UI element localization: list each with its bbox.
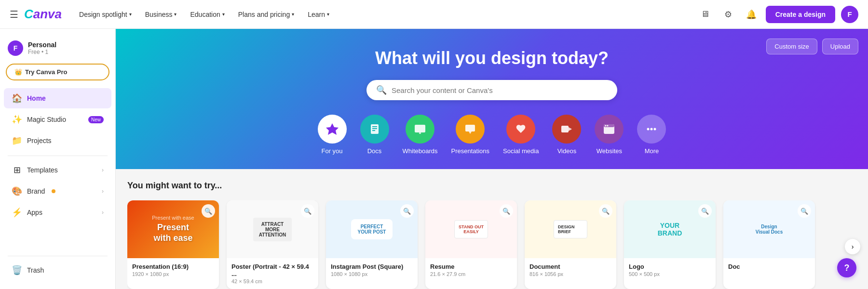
foryou-icon xyxy=(318,115,347,144)
upload-button[interactable]: Upload xyxy=(822,39,858,54)
search-input[interactable] xyxy=(392,86,608,94)
hero-section: Custom size Upload What will you design … xyxy=(116,29,868,169)
quick-link-presentations[interactable]: Presentations xyxy=(451,115,490,155)
avatar[interactable]: F xyxy=(841,6,858,23)
quick-link-more[interactable]: More xyxy=(637,115,666,155)
monitor-icon[interactable]: 🖥 xyxy=(696,6,714,23)
card-name: Instagram Post (Square) xyxy=(331,263,413,270)
svg-marker-10 xyxy=(569,127,572,131)
search-icon[interactable]: 🔍 xyxy=(301,204,314,218)
nav-plans-pricing[interactable]: Plans and pricing ▾ xyxy=(232,8,300,21)
chevron-down-icon: ▾ xyxy=(292,12,294,17)
bell-icon[interactable]: 🔔 xyxy=(743,6,760,23)
card-doc[interactable]: DesignVisual Docs 🔍 Doc xyxy=(723,200,815,289)
svg-rect-9 xyxy=(561,126,569,132)
svg-marker-8 xyxy=(469,131,472,134)
sidebar-user: F Personal Free • 1 xyxy=(0,37,115,64)
svg-rect-6 xyxy=(419,132,421,134)
whiteboards-icon xyxy=(406,115,434,144)
videos-icon xyxy=(552,115,581,144)
search-icon[interactable]: 🔍 xyxy=(698,204,712,218)
card-thumb-poster: ATTRACTMOREATTENTION 🔍 xyxy=(227,200,318,258)
chevron-down-icon: ▾ xyxy=(129,12,132,17)
hamburger-icon[interactable]: ☰ xyxy=(10,9,18,20)
brand-icon: 🎨 xyxy=(12,186,22,197)
sidebar-divider-bottom xyxy=(8,256,108,256)
quick-link-websites[interactable]: Websites xyxy=(595,115,624,155)
settings-icon[interactable]: ⚙ xyxy=(719,6,737,23)
chevron-right-icon: › xyxy=(102,167,104,173)
sidebar-item-brand[interactable]: 🎨 Brand › xyxy=(4,181,111,201)
quick-link-videos[interactable]: Videos xyxy=(552,115,581,155)
chevron-down-icon: ▾ xyxy=(174,12,176,17)
crown-icon: 👑 xyxy=(14,68,22,76)
brand-dot xyxy=(52,189,55,193)
card-size: 816 × 1056 px xyxy=(529,271,611,277)
nav-learn[interactable]: Learn ▾ xyxy=(302,8,335,21)
quick-link-foryou[interactable]: For you xyxy=(318,115,347,155)
card-logo[interactable]: YOURBRAND 🔍 Logo 500 × 500 px xyxy=(624,200,716,289)
card-size: 1920 × 1080 px xyxy=(132,271,214,277)
quick-link-docs[interactable]: Docs xyxy=(360,115,389,155)
section-title: You might want to try... xyxy=(127,181,856,191)
card-name: Document xyxy=(529,263,611,270)
card-resume[interactable]: STAND OUTEASILY 🔍 Resume 21.6 × 27.9 cm xyxy=(425,200,517,289)
chevron-right-icon: › xyxy=(102,209,104,216)
apps-icon: ⚡ xyxy=(12,207,22,218)
presentations-icon xyxy=(456,115,485,144)
card-name: Poster (Portrait - 42 × 59.4 ... xyxy=(231,263,313,277)
svg-point-14 xyxy=(607,125,609,127)
card-document[interactable]: DESIGN BRIEF 🔍 Document 816 × 1056 px xyxy=(525,200,616,289)
nav-design-spotlight[interactable]: Design spotlight ▾ xyxy=(73,8,137,21)
card-size: 42 × 59.4 cm xyxy=(231,278,313,284)
sidebar-item-trash[interactable]: 🗑️ Trash xyxy=(4,260,111,280)
svg-rect-5 xyxy=(415,125,425,132)
search-icon[interactable]: 🔍 xyxy=(798,204,811,218)
quick-link-social-media[interactable]: Social media xyxy=(503,115,539,155)
sidebar-item-magic-studio[interactable]: ✨ Magic Studio New xyxy=(4,109,111,130)
search-icon[interactable]: 🔍 xyxy=(599,204,612,218)
try-canva-pro-button[interactable]: 👑 Try Canva Pro xyxy=(6,64,109,80)
card-size: 1080 × 1080 px xyxy=(331,271,413,277)
create-design-button[interactable]: Create a design xyxy=(766,6,835,23)
svg-point-13 xyxy=(605,125,607,127)
sidebar-item-projects[interactable]: 📁 Projects xyxy=(4,131,111,151)
search-icon[interactable]: 🔍 xyxy=(400,204,414,218)
topnav-links: Design spotlight ▾ Business ▾ Education … xyxy=(73,8,696,21)
nav-education[interactable]: Education ▾ xyxy=(184,8,230,21)
chevron-down-icon: ▾ xyxy=(222,12,225,17)
topnav: ☰ Canva Design spotlight ▾ Business ▾ Ed… xyxy=(0,0,868,29)
hero-title: What will you design today? xyxy=(375,48,609,68)
sidebar-avatar[interactable]: F xyxy=(8,40,23,56)
card-grid: Present with ease Presentwith ease 🔍 Pre… xyxy=(127,200,856,289)
scroll-right-arrow[interactable]: › xyxy=(845,239,860,254)
help-button[interactable]: ? xyxy=(837,258,856,277)
sidebar-item-home[interactable]: 🏠 Home xyxy=(4,88,111,108)
more-icon xyxy=(637,115,666,144)
sidebar-username: Personal xyxy=(28,41,56,49)
projects-icon: 📁 xyxy=(12,135,22,146)
search-icon[interactable]: 🔍 xyxy=(202,204,215,218)
nav-business[interactable]: Business ▾ xyxy=(139,8,183,21)
new-badge: New xyxy=(88,116,104,123)
sidebar-plan: Free • 1 xyxy=(28,49,56,55)
quick-link-whiteboards[interactable]: Whiteboards xyxy=(403,115,438,155)
card-instagram[interactable]: PERFECTYOUR POST 🔍 Instagram Post (Squar… xyxy=(326,200,418,289)
svg-point-15 xyxy=(647,128,650,131)
card-thumb-doc: DesignVisual Docs 🔍 xyxy=(723,200,815,258)
hero-search-bar[interactable]: 🔍 xyxy=(366,80,617,100)
card-presentation[interactable]: Present with ease Presentwith ease 🔍 Pre… xyxy=(127,200,219,289)
card-thumb-presentation: Present with ease Presentwith ease 🔍 xyxy=(127,200,219,258)
card-poster[interactable]: ATTRACTMOREATTENTION 🔍 Poster (Portrait … xyxy=(227,200,318,289)
search-icon[interactable]: 🔍 xyxy=(500,204,513,218)
sidebar-item-apps[interactable]: ⚡ Apps › xyxy=(4,202,111,223)
card-name: Presentation (16:9) xyxy=(132,263,214,270)
card-size: 21.6 × 27.9 cm xyxy=(430,271,512,277)
sidebar-item-templates[interactable]: ⊞ Templates › xyxy=(4,160,111,180)
card-thumb-instagram: PERFECTYOUR POST 🔍 xyxy=(326,200,418,258)
canva-logo[interactable]: Canva xyxy=(24,7,62,22)
card-thumb-document: DESIGN BRIEF 🔍 xyxy=(525,200,616,258)
custom-size-button[interactable]: Custom size xyxy=(766,39,817,54)
chevron-down-icon: ▾ xyxy=(327,12,329,17)
card-thumb-logo: YOURBRAND 🔍 xyxy=(624,200,716,258)
